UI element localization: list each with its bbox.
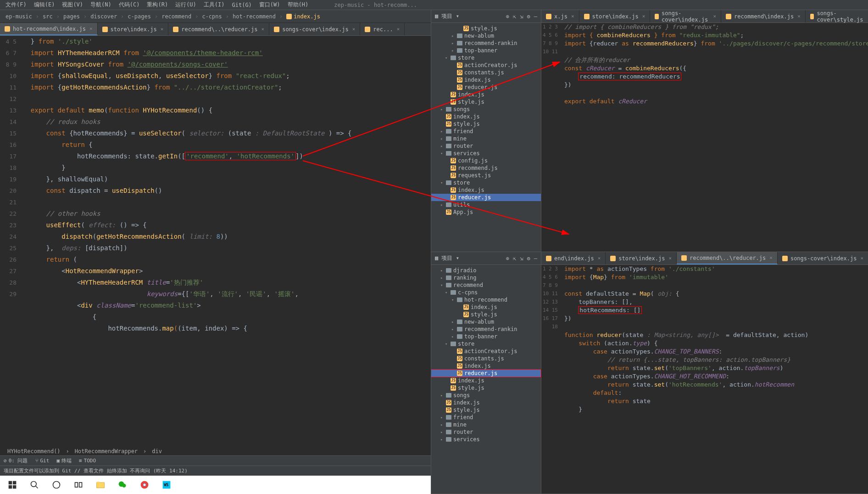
editor-tab[interactable]: songs-cover\index.js× [269, 23, 360, 35]
tree-item[interactable]: ▾store [431, 340, 541, 348]
search-icon[interactable] [24, 476, 45, 494]
tree-item[interactable]: ▾store [431, 54, 541, 62]
tree-item[interactable]: ▸router [431, 428, 541, 436]
tree-item[interactable]: ▸mine [431, 135, 541, 142]
close-icon[interactable]: × [89, 26, 93, 32]
tree-item[interactable]: JSactionCreator.js [431, 348, 541, 355]
editor-tab[interactable]: hot-recommend\index.js× [0, 23, 98, 35]
gear-icon[interactable]: ⚙ [527, 13, 530, 20]
tree-item[interactable]: ▸friend [431, 414, 541, 421]
collapse-icon[interactable]: ⇱ [513, 13, 516, 20]
editor-tab[interactable]: songs-cover\index.js× [778, 252, 868, 264]
tree-item[interactable]: ▸new-ablum [431, 318, 541, 326]
project-tree[interactable]: ▸djradio▸ranking▾recommend▾c-cpns▾hot-re… [431, 265, 541, 445]
tree-item[interactable]: JSstyle.js [431, 98, 541, 106]
tree-item[interactable]: JSApp.js [431, 208, 541, 216]
editor-tab[interactable]: recommend\..\reducer.js× [677, 252, 778, 264]
bc-part[interactable]: hot-recommend [231, 13, 278, 20]
code-area[interactable]: // import { combineReducers } from "redu… [564, 23, 868, 252]
tree-item[interactable]: ▸songs [431, 392, 541, 399]
main-editor[interactable]: 4 5 6 7 8 9 10 11 12 13 14 15 16 17 18 1… [0, 36, 431, 447]
tree-item[interactable]: JSreducer.js [431, 194, 541, 201]
tree-item[interactable]: JSindex.js [431, 186, 541, 194]
todo-tab[interactable]: ≡ TODO [79, 458, 96, 464]
tree-item[interactable]: ▾recommend [431, 281, 541, 289]
target-icon[interactable]: ⊕ [506, 255, 509, 262]
terminal-tab[interactable]: ▣ 终端 [56, 457, 72, 464]
editor-tab[interactable]: store\index.js× [98, 23, 169, 35]
task-view-icon[interactable] [68, 476, 89, 494]
hide-icon[interactable]: — [534, 13, 537, 20]
close-icon[interactable]: × [352, 26, 356, 32]
tree-item[interactable]: JSreducer.js [431, 370, 541, 377]
expand-icon[interactable]: ⇲ [520, 13, 523, 20]
tree-item[interactable]: ▾c-cpns [431, 289, 541, 296]
menu-window[interactable]: 窗口(W) [256, 1, 284, 9]
menu-view[interactable]: 视图(V) [58, 1, 87, 9]
close-icon[interactable]: × [262, 26, 265, 32]
tree-item[interactable]: JSstyle.js [431, 311, 541, 318]
tree-item[interactable]: ▾hot-recommend [431, 296, 541, 303]
close-icon[interactable]: × [668, 255, 672, 261]
menu-tools[interactable]: 工具(I) [200, 1, 228, 9]
close-icon[interactable]: × [860, 255, 863, 261]
editor-tab[interactable]: rec...× [360, 23, 405, 35]
cortana-icon[interactable] [46, 476, 67, 494]
menu-edit[interactable]: 编辑(E) [30, 1, 59, 9]
tree-item[interactable]: JSindex.js [431, 113, 541, 120]
close-icon[interactable]: × [642, 13, 645, 19]
project-tree[interactable]: JSstyle.js▸new-ablum▸recommend-rankin▸to… [431, 23, 541, 218]
bc-part[interactable]: pages [61, 13, 82, 20]
crumblet-item[interactable]: HYHotRecommend() [5, 448, 63, 455]
menu-help[interactable]: 帮助(H) [284, 1, 312, 9]
bc-part[interactable]: discover [89, 13, 119, 20]
collapse-icon[interactable]: ⇱ [513, 255, 516, 262]
bc-part[interactable]: ep-music [4, 13, 34, 20]
close-icon[interactable]: × [797, 13, 801, 19]
bc-part[interactable]: c-cpns [200, 13, 223, 20]
tree-item[interactable]: JSrequest.js [431, 172, 541, 179]
editor-tab[interactable]: end\index.js× [541, 252, 606, 264]
problems-tab[interactable]: ⊘ 0: 问题 [4, 457, 28, 464]
tree-item[interactable]: ▸recommend-rankin [431, 39, 541, 47]
bc-part[interactable]: recommend [160, 13, 193, 20]
menu-nav[interactable]: 导航(N) [87, 1, 115, 9]
tree-item[interactable]: ▸utils [431, 201, 541, 208]
tree-item[interactable]: ▾store [431, 179, 541, 186]
editor-tab[interactable]: store\index.js× [606, 252, 677, 264]
editor-tab[interactable]: songs-cover\style.js× [806, 10, 868, 22]
code-area[interactable]: } from './style' import HYThemeHeaderRCM… [23, 36, 431, 447]
bc-part[interactable]: src [41, 13, 55, 20]
tree-item[interactable]: ▸ranking [431, 274, 541, 281]
crumblet-item[interactable]: HotRecommendWrapper [72, 448, 140, 455]
editor-tab[interactable]: store\index.js× [579, 10, 651, 22]
close-icon[interactable]: × [571, 13, 574, 19]
gear-icon[interactable]: ⚙ [527, 255, 530, 262]
tree-item[interactable]: JSreducer.js [431, 84, 541, 91]
tree-item[interactable]: JSindex.js [431, 76, 541, 84]
tree-item[interactable]: JSindex.js [431, 91, 541, 98]
tree-item[interactable]: ▸router [431, 142, 541, 150]
editor-tab[interactable]: songs-cover\index.js× [650, 10, 721, 22]
bc-part[interactable]: c-pages [126, 13, 153, 20]
menu-file[interactable]: 文件(F) [2, 1, 30, 9]
menu-code[interactable]: 代码(C) [115, 1, 144, 9]
bc-file[interactable]: index.js [284, 13, 322, 20]
tree-item[interactable]: JSstyle.js [431, 406, 541, 414]
close-icon[interactable]: × [713, 13, 716, 19]
close-icon[interactable]: × [598, 255, 601, 261]
editor-tab[interactable]: x.js× [541, 10, 579, 22]
tree-item[interactable]: ▸services [431, 436, 541, 443]
webstorm-icon[interactable]: WS [156, 476, 177, 494]
tree-item[interactable]: JSindex.js [431, 362, 541, 370]
tree-item[interactable]: JSconstants.js [431, 69, 541, 76]
git-tab[interactable]: ⑂ Git [35, 458, 50, 464]
tree-item[interactable]: ▸top-banner [431, 47, 541, 54]
expand-icon[interactable]: ⇲ [520, 255, 523, 262]
sidebar-title[interactable]: ▦ 项目 ▾ [435, 254, 459, 262]
target-icon[interactable]: ⊕ [506, 13, 509, 20]
tree-item[interactable]: ▸recommend-rankin [431, 326, 541, 333]
close-icon[interactable]: × [161, 26, 164, 32]
crumblet-item[interactable]: div [149, 448, 165, 455]
tree-item[interactable]: JSindex.js [431, 377, 541, 384]
